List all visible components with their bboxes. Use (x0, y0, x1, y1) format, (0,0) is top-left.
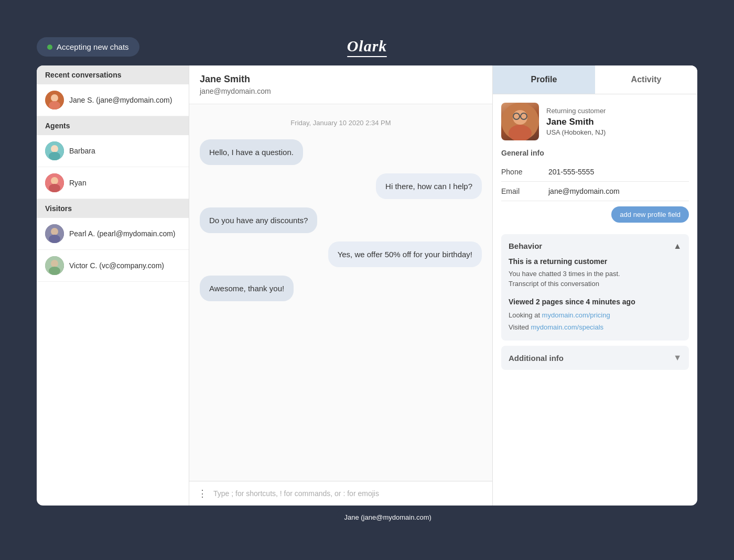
accepting-chats-label: Accepting new chats (57, 42, 129, 51)
top-bar: Accepting new chats Olark (37, 29, 697, 65)
phone-row: Phone 201-555-5555 (501, 162, 689, 182)
svg-point-1 (51, 94, 58, 102)
customer-location: USA (Hoboken, NJ) (546, 128, 606, 136)
profile-panel: Profile Activity (493, 65, 697, 506)
agents-header: Agents (37, 116, 189, 135)
avatar-ryan (45, 173, 64, 192)
recent-conversations-header: Recent conversations (37, 65, 189, 84)
avatar-pearl (45, 224, 64, 243)
message-2: Hi there, how can I help? (376, 173, 482, 199)
email-row: Email jane@mydomain.com (501, 182, 689, 201)
status-dot (47, 45, 52, 50)
message-3: Do you have any discounts? (200, 207, 317, 233)
chat-area: Jane Smith jane@mydomain.com Friday, Jan… (189, 65, 493, 506)
accepting-chats-button[interactable]: Accepting new chats (37, 37, 139, 57)
customer-type: Returning customer (546, 107, 606, 115)
svg-point-8 (49, 184, 60, 192)
profile-body: Returning customer Jane Smith USA (Hobok… (493, 94, 697, 506)
customer-name: Jane Smith (546, 117, 606, 127)
sidebar-item-victor[interactable]: Victor C. (vc@company.com) (37, 250, 189, 282)
additional-info-section[interactable]: Additional info ▼ (501, 346, 689, 370)
chat-input[interactable] (213, 489, 484, 498)
svg-point-2 (49, 101, 60, 109)
svg-point-7 (51, 177, 58, 184)
additional-info-chevron-icon[interactable]: ▼ (673, 353, 682, 363)
svg-point-13 (51, 260, 58, 267)
chat-header: Jane Smith jane@mydomain.com (189, 65, 492, 104)
phone-value: 201-555-5555 (548, 168, 594, 176)
behavior-header: Behavior ▲ (509, 241, 682, 251)
customer-info: Returning customer Jane Smith USA (Hobok… (546, 107, 606, 136)
visitors-header: Visitors (37, 199, 189, 218)
chat-date-divider: Friday, January 10 2020 2:34 PM (200, 119, 482, 127)
svg-point-16 (513, 110, 527, 125)
svg-point-14 (49, 267, 60, 275)
message-5: Awesome, thank you! (200, 276, 294, 301)
logo: Olark (347, 37, 387, 57)
customer-header: Returning customer Jane Smith USA (Hobok… (501, 103, 689, 140)
visited-url-link[interactable]: mydomain.com/specials (531, 323, 603, 331)
behavior-collapse-icon[interactable]: ▲ (673, 241, 682, 251)
behavior-label: Behavior (509, 241, 542, 250)
tab-activity[interactable]: Activity (595, 65, 697, 94)
sidebar-ryan-text: Ryan (69, 179, 87, 187)
sidebar-jane-text: Jane S. (jane@mydomain.com) (69, 96, 172, 104)
customer-photo (501, 103, 539, 140)
svg-point-5 (49, 152, 60, 160)
behavior-pages-bold: Viewed 2 pages since 4 minutes ago (509, 298, 682, 306)
sidebar-item-ryan[interactable]: Ryan (37, 167, 189, 199)
avatar-jane (45, 91, 64, 109)
general-info-label: General info (501, 149, 689, 157)
looking-url-link[interactable]: mydomain.com/pricing (542, 311, 610, 319)
additional-info-label: Additional info (509, 354, 564, 363)
email-value: jane@mydomain.com (548, 187, 620, 195)
chat-messages: Friday, January 10 2020 2:34 PM Hello, I… (189, 104, 492, 481)
chat-user-tooltip: Jane (jane@mydomain.com) (336, 509, 439, 525)
add-profile-field-button[interactable]: add new profile field (611, 206, 689, 223)
email-label: Email (501, 187, 548, 195)
behavior-page-text: Looking at mydomain.com/pricing Visited … (509, 309, 682, 334)
main-content: Recent conversations Jane S. (jane@mydom… (37, 65, 697, 506)
svg-point-4 (51, 145, 58, 152)
sidebar-barbara-text: Barbara (69, 147, 95, 155)
sidebar-item-pearl[interactable]: Pearl A. (pearl@mydomain.com) (37, 218, 189, 250)
add-profile-wrapper: add new profile field (501, 201, 689, 228)
sidebar-item-jane[interactable]: Jane S. (jane@mydomain.com) (37, 84, 189, 116)
chat-header-name: Jane Smith (200, 74, 482, 85)
message-4: Yes, we offer 50% off for your birthday! (328, 241, 482, 267)
behavior-section: Behavior ▲ This is a returning customer … (501, 234, 689, 341)
message-1: Hello, I have a question. (200, 139, 303, 165)
logo-underline (347, 56, 387, 57)
avatar-barbara (45, 141, 64, 160)
chat-header-email: jane@mydomain.com (200, 87, 482, 95)
sidebar-item-barbara[interactable]: Barbara (37, 135, 189, 167)
phone-label: Phone (501, 168, 548, 176)
sidebar-pearl-text: Pearl A. (pearl@mydomain.com) (69, 229, 176, 238)
chat-input-area: ⋮ (189, 481, 492, 506)
sidebar: Recent conversations Jane S. (jane@mydom… (37, 65, 189, 506)
sidebar-victor-text: Victor C. (vc@company.com) (69, 261, 164, 270)
behavior-returning-text: You have chatted 3 times in the past.Tra… (509, 269, 682, 289)
chat-options-icon[interactable]: ⋮ (198, 488, 207, 499)
behavior-returning-bold: This is a returning customer (509, 257, 682, 266)
svg-point-10 (51, 228, 58, 235)
svg-point-11 (49, 235, 60, 243)
tab-profile[interactable]: Profile (493, 65, 595, 94)
avatar-victor (45, 256, 64, 275)
profile-tabs: Profile Activity (493, 65, 697, 94)
